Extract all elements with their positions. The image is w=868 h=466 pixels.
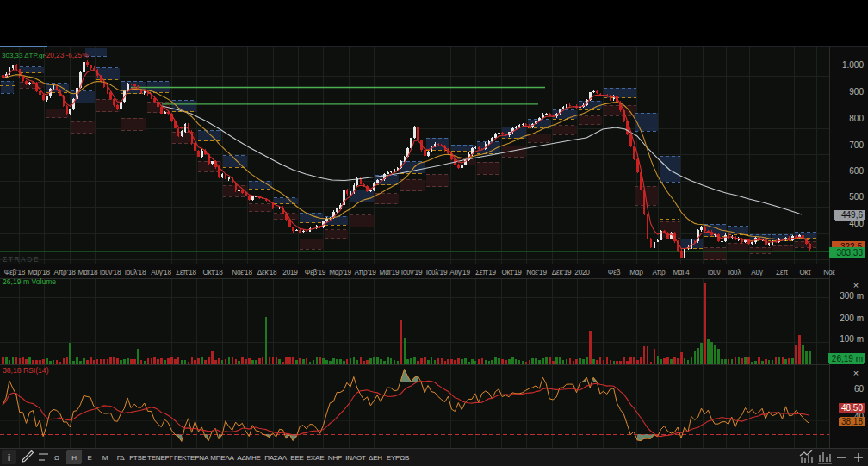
svg-text:Μαι 4: Μαι 4: [673, 269, 690, 276]
svg-text:Φεβ'18: Φεβ'18: [4, 269, 26, 276]
svg-text:Σεπ'18: Σεπ'18: [176, 269, 196, 276]
svg-text:449,6: 449,6: [841, 210, 863, 220]
svg-text:48,50: 48,50: [841, 403, 863, 413]
svg-text:ΓΕΚΤΕΡΝΑ: ΓΕΚΤΕΡΝΑ: [174, 454, 209, 462]
svg-text:500: 500: [849, 192, 864, 202]
svg-text:Νοε'18: Νοε'18: [232, 269, 252, 276]
svg-text:Αυγ: Αυγ: [751, 269, 764, 276]
svg-text:Απρ'18: Απρ'18: [53, 269, 76, 276]
svg-text:ΕΧΑΕ: ΕΧΑΕ: [307, 454, 325, 462]
svg-text:Σεπ'19: Σεπ'19: [475, 269, 496, 276]
svg-text:ΑΔΜΗΕ: ΑΔΜΗΕ: [237, 454, 260, 462]
svg-text:Ιουλ'18: Ιουλ'18: [125, 269, 146, 276]
svg-text:Φεβ'19: Φεβ'19: [305, 269, 326, 276]
svg-text:ΠΑΣΑΛ: ΠΑΣΑΛ: [264, 454, 288, 462]
svg-text:1.000: 1.000: [842, 60, 864, 70]
svg-text:Νοε: Νοε: [823, 269, 835, 276]
svg-text:60: 60: [854, 384, 865, 394]
svg-text:800: 800: [849, 114, 864, 123]
svg-text:ΕΥΡΩΒ: ΕΥΡΩΒ: [387, 454, 409, 462]
svg-text:600: 600: [849, 166, 864, 176]
svg-text:ΣTRADE: ΣTRADE: [3, 255, 40, 264]
svg-text:Φεβ: Φεβ: [608, 269, 621, 276]
svg-text:Ιουλ'19: Ιουλ'19: [426, 269, 448, 276]
svg-text:303,33: 303,33: [836, 248, 863, 258]
svg-text:Ιουλ: Ιουλ: [728, 269, 742, 276]
svg-text:2019: 2019: [282, 269, 298, 276]
svg-text:-20,23 -6,25%: -20,23 -6,25%: [44, 52, 88, 59]
svg-text:Μαι'18: Μαι'18: [78, 269, 98, 276]
svg-text:Δεκ'18: Δεκ'18: [257, 269, 277, 276]
svg-text:303,33 ΔTP.gr: 303,33 ΔTP.gr: [2, 52, 45, 59]
svg-text:Μ: Μ: [102, 454, 108, 462]
svg-text:100 m: 100 m: [840, 334, 864, 344]
svg-text:Μαρ: Μαρ: [629, 269, 643, 276]
svg-text:Νοε'19: Νοε'19: [526, 269, 547, 276]
svg-text:Οκτ'18: Οκτ'18: [202, 269, 223, 276]
svg-text:Απρ: Απρ: [652, 269, 666, 276]
svg-text:700: 700: [849, 140, 864, 150]
svg-text:Ιουν'19: Ιουν'19: [401, 269, 423, 276]
svg-text:26,19 m Volume: 26,19 m Volume: [3, 277, 56, 286]
svg-text:200 m: 200 m: [840, 314, 864, 323]
svg-text:Μαρ'19: Μαρ'19: [329, 269, 351, 276]
svg-text:×: ×: [853, 280, 859, 290]
svg-text:ΝΗΡ: ΝΗΡ: [328, 454, 342, 462]
svg-text:ΓΔ: ΓΔ: [117, 454, 125, 462]
svg-text:Αυγ'19: Αυγ'19: [450, 269, 470, 276]
svg-text:Οκτ: Οκτ: [799, 269, 811, 276]
svg-text:Αυγ'18: Αυγ'18: [151, 269, 171, 276]
svg-text:Ω: Ω: [54, 454, 59, 462]
svg-text:i: i: [8, 452, 10, 463]
svg-text:ΜΠΕΛΑ: ΜΠΕΛΑ: [210, 454, 234, 462]
svg-text:Μαι'19: Μαι'19: [380, 269, 400, 276]
svg-text:Ιουν'18: Ιουν'18: [100, 269, 121, 276]
svg-text:900: 900: [849, 87, 864, 96]
svg-text:Η: Η: [71, 454, 77, 462]
svg-text:Δεκ'19: Δεκ'19: [552, 269, 572, 276]
svg-text:ΔΕΗ: ΔΕΗ: [369, 454, 382, 462]
svg-text:Ε: Ε: [87, 454, 91, 462]
svg-text:ΤΕΝΕΡΓ: ΤΕΝΕΡΓ: [147, 454, 174, 462]
svg-text:Απρ'19: Απρ'19: [354, 269, 376, 276]
svg-text:300 m: 300 m: [840, 291, 864, 301]
svg-text:38,18 RSI(14): 38,18 RSI(14): [3, 366, 49, 375]
svg-text:38,18: 38,18: [841, 417, 863, 426]
svg-text:Οκτ'19: Οκτ'19: [501, 269, 522, 276]
svg-text:ΕΕΕ: ΕΕΕ: [290, 454, 303, 462]
svg-text:Σεπ: Σεπ: [776, 269, 788, 276]
svg-text:FTSE: FTSE: [129, 454, 146, 462]
svg-text:Ιουν: Ιουν: [708, 269, 721, 276]
svg-text:×: ×: [853, 368, 859, 378]
svg-text:ΙΝΛΟΤ: ΙΝΛΟΤ: [345, 454, 366, 462]
svg-text:2020: 2020: [574, 269, 590, 276]
svg-text:Μαρ'18: Μαρ'18: [28, 269, 50, 276]
svg-text:26,19 m: 26,19 m: [832, 354, 863, 363]
